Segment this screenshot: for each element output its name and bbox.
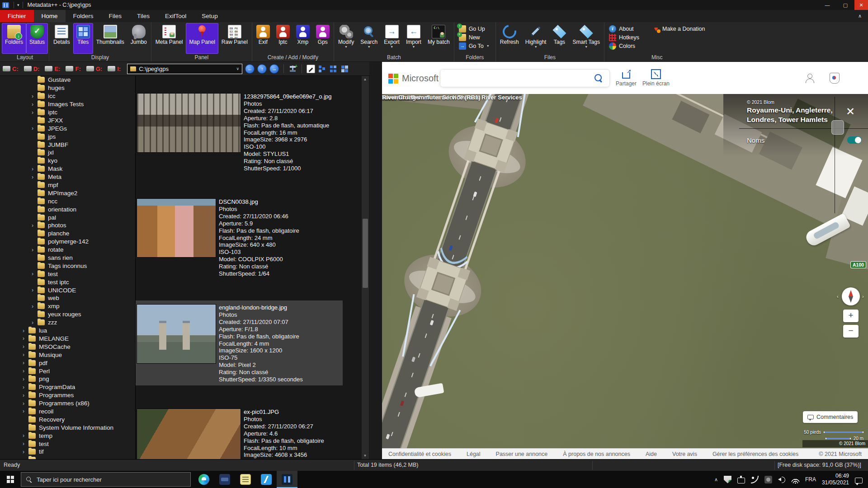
footer-link[interactable]: Confidentialité et cookies	[388, 451, 451, 457]
rotate-right-icon[interactable]: ›	[862, 294, 864, 299]
menu-item[interactable]: Home	[34, 10, 66, 22]
tree-folder-row[interactable]: ›jxl	[0, 149, 135, 157]
drive-shortcut[interactable]: D:	[21, 66, 42, 72]
compass-control[interactable]	[842, 287, 860, 305]
nav-up-button[interactable]: ↑	[257, 64, 267, 74]
tree-folder-row[interactable]: ›rotate	[0, 246, 135, 254]
start-button[interactable]	[0, 471, 21, 488]
path-dropdown-icon[interactable]: ∨	[236, 66, 240, 71]
satellite-icon[interactable]	[751, 476, 759, 483]
file-thumbnail[interactable]	[137, 93, 241, 153]
tree-folder-row[interactable]: ›sans rien	[0, 254, 135, 262]
footer-link[interactable]: Votre avis	[672, 451, 697, 457]
tree-folder-row[interactable]: ›Images Tests	[0, 100, 135, 108]
tree-folder-row[interactable]: ›Perl	[0, 367, 135, 375]
hidden-icons-chevron[interactable]: ∧	[714, 477, 718, 483]
collapse-tree-tool-icon[interactable]	[318, 65, 326, 73]
ribbon-button[interactable]: Jumbo▼	[127, 23, 150, 54]
taskbar-app-edge[interactable]	[193, 471, 214, 488]
tree-folder-row[interactable]: ›xmp	[0, 302, 135, 310]
tree-folder-row[interactable]: ›Gustave	[0, 76, 135, 84]
nav-forward-button[interactable]: →	[269, 64, 279, 74]
drive-shortcut[interactable]: E:	[42, 66, 63, 72]
taskbar-app-notes[interactable]	[235, 471, 256, 488]
ribbon-small-button[interactable]: About▼	[606, 24, 648, 33]
ribbon-small-button[interactable]: Hotkeys▼	[606, 33, 648, 42]
ribbon-button[interactable]: Map Panel▼	[186, 23, 218, 54]
tree-folder-row[interactable]: ›orientation	[0, 205, 135, 213]
tree-folder-row[interactable]: ›huges	[0, 84, 135, 92]
expand-tree-tool-icon[interactable]	[329, 65, 338, 73]
tree-folder-row[interactable]: ›Recovery	[0, 415, 135, 423]
defender-shield-icon[interactable]	[724, 476, 731, 483]
tree-folder-row[interactable]: ›png	[0, 375, 135, 383]
taskbar-app-vscode[interactable]	[256, 471, 277, 488]
ribbon-button[interactable]: Xmp▼	[293, 23, 313, 54]
tree-folder-row[interactable]: ›pal	[0, 213, 135, 221]
ribbon-button[interactable]: Smart Tags▼	[569, 23, 603, 54]
minimize-button[interactable]: —	[818, 0, 836, 10]
notification-center-icon[interactable]	[855, 478, 863, 483]
drive-shortcut[interactable]: F:	[63, 66, 83, 72]
tree-folder-row[interactable]: ›	[0, 456, 135, 459]
file-thumbnail[interactable]	[137, 304, 216, 364]
ribbon-button[interactable]: Highlight▼	[522, 23, 550, 54]
tree-folder-row[interactable]: ›Programmes (x86)	[0, 399, 135, 408]
footer-link[interactable]: À propos de nos annonces	[563, 451, 630, 457]
file-list-item[interactable]: ex-pic01.JPG PhotosCreated: 27/11/2020 0…	[136, 408, 369, 459]
ribbon-button[interactable]: Status▼	[26, 23, 48, 54]
language-indicator[interactable]: FRA	[805, 476, 816, 483]
ribbon-button[interactable]: Tags▼	[549, 23, 569, 54]
ribbon-button[interactable]: Raw Panel▼	[218, 23, 251, 54]
search-icon[interactable]	[594, 74, 603, 83]
scrollbar-thumb[interactable]	[363, 219, 368, 288]
footer-link[interactable]: Aide	[646, 451, 657, 457]
tree-folder-row[interactable]: ›JPEGs	[0, 124, 135, 132]
ribbon-button[interactable]: Thumbnails▼	[93, 23, 127, 54]
ribbon-small-button[interactable]: Colors▼	[606, 42, 648, 50]
tree-folder-row[interactable]: ›MSOCache	[0, 343, 135, 351]
layout-grid-tool-icon[interactable]	[340, 65, 349, 73]
tree-folder-row[interactable]: ›temp	[0, 432, 135, 440]
ribbon-button[interactable]: Tiles▼	[73, 23, 93, 54]
tree-folder-row[interactable]: ›test	[0, 270, 135, 278]
tree-folder-row[interactable]: ›ncc	[0, 197, 135, 205]
tree-folder-row[interactable]: ›tif	[0, 448, 135, 456]
menu-item[interactable]: ExifTool	[157, 10, 194, 22]
menu-item[interactable]: Fichier	[0, 10, 34, 22]
scroll-up-arrow[interactable]: ▲	[362, 76, 368, 83]
tree-folder-row[interactable]: ›System Volume Information	[0, 423, 135, 432]
tree-folder-row[interactable]: ›zzz	[0, 319, 135, 327]
ribbon-button[interactable]: My batch▼	[425, 23, 453, 54]
zoom-in-button[interactable]: +	[843, 310, 859, 322]
tree-folder-row[interactable]: ›lua	[0, 327, 135, 335]
pin-tool-icon[interactable]: +	[288, 65, 297, 73]
tree-folder-row[interactable]: ›icc	[0, 92, 135, 100]
ribbon-button[interactable]: Exif▼	[253, 23, 273, 54]
ribbon-small-button[interactable]: Go To▼	[456, 42, 494, 50]
nav-back-button[interactable]: ←	[245, 64, 255, 74]
close-button[interactable]: ✕	[854, 0, 868, 10]
ribbon-button[interactable]: Modify▼	[335, 23, 357, 54]
tree-folder-row[interactable]: ›recoil	[0, 408, 135, 416]
comments-button[interactable]: Commentaires	[803, 411, 858, 423]
account-icon[interactable]	[804, 73, 815, 84]
tree-folder-row[interactable]: ›JFXX	[0, 116, 135, 124]
file-list-item[interactable]: DSCN0038.jpg PhotosCreated: 27/11/2020 0…	[136, 198, 350, 277]
usb-icon[interactable]	[737, 478, 745, 483]
names-toggle[interactable]	[847, 136, 862, 144]
share-button[interactable]: Partager	[616, 69, 637, 87]
menu-item[interactable]: Folders	[66, 10, 101, 22]
footer-link[interactable]: Légal	[467, 451, 481, 457]
bing-search-box[interactable]	[440, 69, 610, 87]
zoom-out-button[interactable]: −	[843, 325, 859, 338]
tree-folder-row[interactable]: ›photos	[0, 221, 135, 230]
maximize-button[interactable]: ▢	[836, 0, 854, 10]
path-input[interactable]: C:\jpeg\gps ∨	[127, 64, 242, 74]
bing-search-input[interactable]	[440, 70, 594, 87]
drive-shortcut[interactable]: C:	[0, 66, 21, 72]
tree-folder-row[interactable]: ›ProgramData	[0, 383, 135, 391]
tree-folder-row[interactable]: ›planche	[0, 230, 135, 238]
taskbar-search[interactable]: Taper ici pour rechercher	[21, 472, 191, 487]
footer-link[interactable]: Gérer les préférences des cookies	[712, 451, 798, 457]
